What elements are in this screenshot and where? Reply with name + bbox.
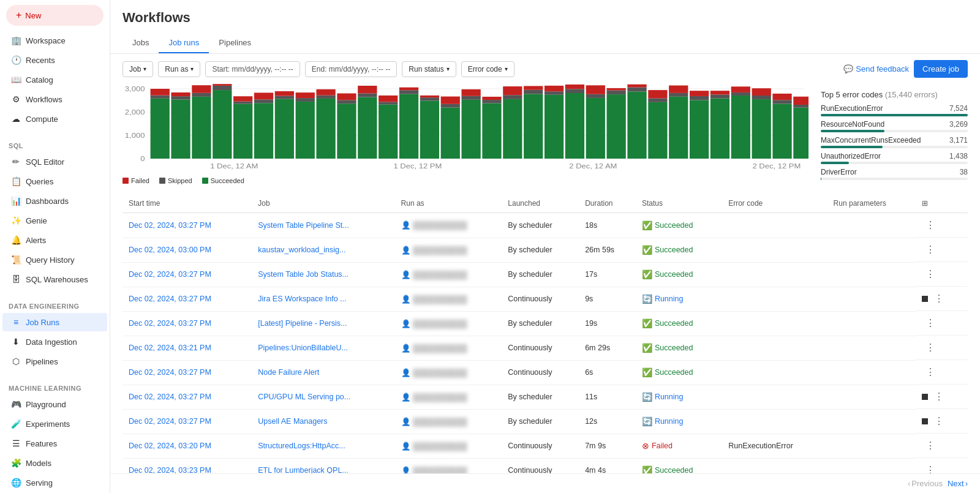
error-code-filter-button[interactable]: Error code ▾: [461, 61, 514, 77]
more-options-button[interactable]: ⋮: [922, 341, 939, 355]
table-row: Dec 02, 2024, 03:23 PM ETL for Lumberjac…: [123, 458, 968, 473]
legend-succeeded: Succeeded: [202, 177, 244, 184]
col-launched[interactable]: Launched: [502, 194, 579, 213]
start-time-link[interactable]: Dec 02, 2024, 03:27 PM: [129, 417, 211, 426]
more-options-button[interactable]: ⋮: [922, 438, 939, 453]
start-time-link[interactable]: Dec 02, 2024, 03:00 PM: [129, 246, 211, 254]
cell-status: ✅ Succeeded: [636, 311, 722, 336]
cell-duration: 4m 4s: [579, 458, 636, 473]
start-time-link[interactable]: Dec 02, 2024, 03:27 PM: [129, 368, 211, 377]
end-date-input[interactable]: End: mm/dd/yyyy, --:-- --: [305, 61, 397, 77]
tab-jobs[interactable]: Jobs: [123, 33, 159, 53]
col-status[interactable]: Status: [636, 194, 722, 213]
job-name-link[interactable]: Upsell AE Managers: [258, 417, 327, 426]
start-time-link[interactable]: Dec 02, 2024, 03:27 PM: [129, 295, 211, 303]
sidebar-item-dashboards[interactable]: 📊 Dashboards: [2, 192, 107, 210]
stop-button[interactable]: [922, 394, 928, 400]
status-badge: ✅ Succeeded: [642, 318, 716, 328]
more-options-button[interactable]: ⋮: [922, 267, 939, 281]
run-status-filter-button[interactable]: Run status ▾: [402, 61, 456, 77]
col-run-parameters[interactable]: Run parameters: [827, 194, 916, 213]
previous-button[interactable]: ‹ Previous: [908, 479, 943, 488]
start-time-link[interactable]: Dec 02, 2024, 03:20 PM: [129, 442, 211, 450]
start-time-link[interactable]: Dec 02, 2024, 03:27 PM: [129, 221, 211, 230]
col-error-code[interactable]: Error code: [722, 194, 827, 213]
sidebar-item-features[interactable]: ☰ Features: [2, 434, 107, 453]
col-duration[interactable]: Duration: [579, 194, 636, 213]
svg-rect-44: [399, 94, 418, 159]
job-filter-button[interactable]: Job ▾: [123, 61, 153, 77]
sidebar-item-playground[interactable]: 🎮 Playground: [2, 395, 107, 413]
more-options-button[interactable]: ⋮: [930, 390, 948, 404]
col-start-time[interactable]: Start time: [123, 194, 252, 213]
job-name-link[interactable]: Pipelines:UnionBillableU...: [258, 344, 348, 352]
sidebar-item-sql-warehouses[interactable]: 🗄 SQL Warehouses: [2, 270, 107, 288]
sidebar-item-recents[interactable]: 🕐 Recents: [2, 51, 107, 69]
start-time-link[interactable]: Dec 02, 2024, 03:21 PM: [129, 344, 211, 352]
sidebar-item-pipelines[interactable]: ⬡ Pipelines: [2, 352, 107, 371]
sidebar-item-query-history[interactable]: 📜 Query History: [2, 250, 107, 269]
tab-pipelines[interactable]: Pipelines: [209, 33, 261, 53]
sidebar-item-sql-editor[interactable]: ✏ SQL Editor: [2, 152, 107, 171]
start-time-link[interactable]: Dec 02, 2024, 03:27 PM: [129, 270, 211, 279]
more-options-button[interactable]: ⋮: [930, 414, 948, 428]
sidebar-item-catalog[interactable]: 📖 Catalog: [2, 70, 107, 89]
sidebar-item-queries[interactable]: 📋 Queries: [2, 172, 107, 190]
sidebar-item-experiments[interactable]: 🧪 Experiments: [2, 415, 107, 433]
job-name-link[interactable]: ETL for Lumberjack QPL...: [258, 466, 349, 473]
col-job[interactable]: Job: [252, 194, 394, 213]
new-button[interactable]: + New: [6, 5, 104, 26]
sidebar-item-data-ingestion[interactable]: ⬇ Data Ingestion: [2, 333, 107, 351]
sidebar-item-serving[interactable]: 🌐 Serving: [2, 473, 107, 492]
sidebar-item-alerts[interactable]: 🔔 Alerts: [2, 231, 107, 249]
job-name-link[interactable]: [Latest] Pipeline - Persis...: [258, 319, 347, 328]
more-options-button[interactable]: ⋮: [922, 243, 939, 257]
error-bar-row: RunExecutionError 7,524: [821, 104, 968, 116]
tab-job-runs[interactable]: Job runs: [159, 33, 209, 53]
more-options-button[interactable]: ⋮: [922, 316, 939, 330]
table-row: Dec 02, 2024, 03:27 PM Upsell AE Manager…: [123, 409, 968, 434]
more-options-button[interactable]: ⋮: [930, 292, 948, 306]
bar-chart-svg: 3,000 2,000 1,000 0 1 Dec, 12 AM 1 Dec, …: [123, 84, 809, 173]
job-name-link[interactable]: CPU/GPU ML Serving po...: [258, 393, 350, 401]
cell-actions: ⋮: [916, 287, 968, 311]
svg-rect-20: [233, 104, 252, 159]
svg-rect-60: [503, 95, 522, 99]
start-time-link[interactable]: Dec 02, 2024, 03:27 PM: [129, 319, 211, 328]
job-name-link[interactable]: System Table Pipeline St...: [258, 221, 349, 230]
sidebar-item-genie[interactable]: ✨ Genie: [2, 211, 107, 230]
svg-text:1 Dec, 12 AM: 1 Dec, 12 AM: [210, 163, 258, 170]
next-button[interactable]: Next ›: [948, 479, 968, 488]
job-name-link[interactable]: StructuredLogs:HttpAcc...: [258, 442, 345, 450]
run-as-filter-button[interactable]: Run as ▾: [158, 61, 200, 77]
svg-rect-56: [482, 103, 501, 159]
user-icon: 👤: [401, 344, 411, 353]
more-options-button[interactable]: ⋮: [922, 463, 939, 473]
create-job-button[interactable]: Create job: [914, 60, 968, 78]
more-options-button[interactable]: ⋮: [922, 365, 939, 379]
send-feedback-button[interactable]: 💬 Send feedback: [843, 64, 909, 73]
stop-button[interactable]: [922, 296, 928, 302]
col-run-as[interactable]: Run as: [395, 194, 502, 213]
job-name-link[interactable]: Jira ES Workspace Info ...: [258, 295, 346, 303]
job-name-link[interactable]: Node Failure Alert: [258, 368, 319, 377]
sidebar-item-models[interactable]: 🧩 Models: [2, 454, 107, 472]
table-row: Dec 02, 2024, 03:27 PM [Latest] Pipeline…: [123, 311, 968, 336]
cell-run-params: [827, 262, 916, 287]
svg-rect-73: [586, 85, 605, 94]
start-time-link[interactable]: Dec 02, 2024, 03:23 PM: [129, 466, 211, 473]
sidebar-item-compute[interactable]: ☁ Compute: [2, 110, 107, 128]
stop-button[interactable]: [922, 418, 928, 424]
table-wrapper: Start time Job Run as Launched Duration …: [110, 194, 980, 473]
sidebar-item-job-runs[interactable]: ≡ Job Runs: [2, 313, 107, 331]
section-sql: SQL: [0, 136, 110, 152]
error-code-label: Error code: [468, 65, 502, 73]
start-time-link[interactable]: Dec 02, 2024, 03:27 PM: [129, 393, 211, 401]
sidebar-item-workflows[interactable]: ⚙ Workflows: [2, 90, 107, 108]
job-name-link[interactable]: kaustav_workload_insig...: [258, 246, 345, 254]
section-ml: Machine Learning: [0, 378, 110, 394]
sidebar-item-workspace[interactable]: 🏢 Workspace: [2, 31, 107, 50]
job-name-link[interactable]: System Table Job Status...: [258, 270, 349, 279]
more-options-button[interactable]: ⋮: [922, 218, 939, 232]
start-date-input[interactable]: Start: mm/dd/yyyy, --:-- --: [205, 61, 300, 77]
